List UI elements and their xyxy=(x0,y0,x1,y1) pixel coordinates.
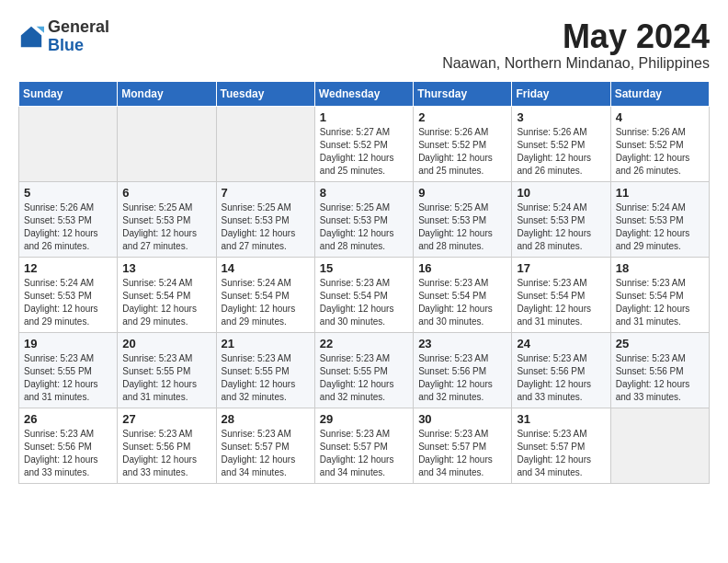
day-number: 27 xyxy=(122,412,210,426)
calendar-cell: 6Sunrise: 5:25 AMSunset: 5:53 PMDaylight… xyxy=(118,181,216,257)
calendar-cell: 22Sunrise: 5:23 AMSunset: 5:55 PMDayligh… xyxy=(314,332,413,408)
day-number: 10 xyxy=(517,186,605,200)
day-number: 24 xyxy=(517,337,605,350)
calendar-cell: 7Sunrise: 5:25 AMSunset: 5:53 PMDaylight… xyxy=(216,181,314,257)
calendar-cell: 1Sunrise: 5:27 AMSunset: 5:52 PMDaylight… xyxy=(314,106,413,181)
day-number: 30 xyxy=(418,412,506,426)
logo-icon xyxy=(18,24,44,50)
day-info: Sunrise: 5:23 AMSunset: 5:56 PMDaylight:… xyxy=(517,352,605,404)
day-info: Sunrise: 5:26 AMSunset: 5:52 PMDaylight:… xyxy=(616,126,704,178)
day-number: 7 xyxy=(222,186,310,200)
calendar-week-row: 1Sunrise: 5:27 AMSunset: 5:52 PMDaylight… xyxy=(19,106,710,181)
day-number: 19 xyxy=(24,337,112,350)
calendar-cell: 18Sunrise: 5:23 AMSunset: 5:54 PMDayligh… xyxy=(610,257,709,332)
weekday-header-tuesday: Tuesday xyxy=(216,81,314,106)
day-number: 13 xyxy=(122,261,210,275)
day-number: 31 xyxy=(517,412,605,426)
day-number: 1 xyxy=(320,110,408,124)
calendar-cell: 4Sunrise: 5:26 AMSunset: 5:52 PMDaylight… xyxy=(610,106,709,181)
calendar-cell: 31Sunrise: 5:23 AMSunset: 5:57 PMDayligh… xyxy=(512,408,610,483)
svg-marker-0 xyxy=(21,27,41,47)
location-title: Naawan, Northern Mindanao, Philippines xyxy=(442,55,710,72)
day-info: Sunrise: 5:23 AMSunset: 5:54 PMDaylight:… xyxy=(517,277,605,328)
day-info: Sunrise: 5:23 AMSunset: 5:57 PMDaylight:… xyxy=(320,428,408,479)
calendar-cell: 23Sunrise: 5:23 AMSunset: 5:56 PMDayligh… xyxy=(414,332,512,408)
calendar-week-row: 19Sunrise: 5:23 AMSunset: 5:55 PMDayligh… xyxy=(19,332,710,408)
weekday-header-friday: Friday xyxy=(512,81,610,106)
calendar-cell: 10Sunrise: 5:24 AMSunset: 5:53 PMDayligh… xyxy=(512,181,610,257)
day-info: Sunrise: 5:23 AMSunset: 5:55 PMDaylight:… xyxy=(24,352,112,404)
weekday-header-row: SundayMondayTuesdayWednesdayThursdayFrid… xyxy=(19,81,710,106)
day-number: 25 xyxy=(616,337,704,350)
day-number: 9 xyxy=(418,186,506,200)
day-number: 21 xyxy=(222,337,310,350)
weekday-header-wednesday: Wednesday xyxy=(314,81,413,106)
day-info: Sunrise: 5:23 AMSunset: 5:55 PMDaylight:… xyxy=(222,352,310,404)
day-info: Sunrise: 5:23 AMSunset: 5:56 PMDaylight:… xyxy=(24,428,112,479)
svg-marker-1 xyxy=(37,27,44,33)
calendar-cell: 11Sunrise: 5:24 AMSunset: 5:53 PMDayligh… xyxy=(610,181,709,257)
calendar-table: SundayMondayTuesdayWednesdayThursdayFrid… xyxy=(18,81,710,484)
header: General Blue May 2024 Naawan, Northern M… xyxy=(18,18,710,72)
weekday-header-monday: Monday xyxy=(118,81,216,106)
weekday-header-thursday: Thursday xyxy=(414,81,512,106)
day-number: 14 xyxy=(222,261,310,275)
calendar-cell: 17Sunrise: 5:23 AMSunset: 5:54 PMDayligh… xyxy=(512,257,610,332)
calendar-week-row: 26Sunrise: 5:23 AMSunset: 5:56 PMDayligh… xyxy=(19,408,710,483)
calendar-cell: 12Sunrise: 5:24 AMSunset: 5:53 PMDayligh… xyxy=(19,257,118,332)
calendar-header: SundayMondayTuesdayWednesdayThursdayFrid… xyxy=(19,81,710,106)
day-info: Sunrise: 5:24 AMSunset: 5:53 PMDaylight:… xyxy=(616,201,704,253)
day-info: Sunrise: 5:23 AMSunset: 5:56 PMDaylight:… xyxy=(616,352,704,404)
calendar-week-row: 5Sunrise: 5:26 AMSunset: 5:53 PMDaylight… xyxy=(19,181,710,257)
calendar-cell: 26Sunrise: 5:23 AMSunset: 5:56 PMDayligh… xyxy=(19,408,118,483)
day-info: Sunrise: 5:23 AMSunset: 5:54 PMDaylight:… xyxy=(320,277,408,328)
weekday-header-saturday: Saturday xyxy=(610,81,709,106)
day-info: Sunrise: 5:26 AMSunset: 5:52 PMDaylight:… xyxy=(418,126,506,178)
calendar-cell xyxy=(19,106,118,181)
calendar-cell: 14Sunrise: 5:24 AMSunset: 5:54 PMDayligh… xyxy=(216,257,314,332)
day-info: Sunrise: 5:25 AMSunset: 5:53 PMDaylight:… xyxy=(222,201,310,253)
calendar-cell: 19Sunrise: 5:23 AMSunset: 5:55 PMDayligh… xyxy=(19,332,118,408)
day-info: Sunrise: 5:25 AMSunset: 5:53 PMDaylight:… xyxy=(122,201,210,253)
day-info: Sunrise: 5:25 AMSunset: 5:53 PMDaylight:… xyxy=(320,201,408,253)
day-number: 17 xyxy=(517,261,605,275)
calendar-cell: 5Sunrise: 5:26 AMSunset: 5:53 PMDaylight… xyxy=(19,181,118,257)
day-info: Sunrise: 5:24 AMSunset: 5:53 PMDaylight:… xyxy=(24,277,112,328)
calendar-cell: 27Sunrise: 5:23 AMSunset: 5:56 PMDayligh… xyxy=(118,408,216,483)
day-info: Sunrise: 5:23 AMSunset: 5:57 PMDaylight:… xyxy=(222,428,310,479)
day-info: Sunrise: 5:23 AMSunset: 5:54 PMDaylight:… xyxy=(418,277,506,328)
calendar-cell: 28Sunrise: 5:23 AMSunset: 5:57 PMDayligh… xyxy=(216,408,314,483)
day-number: 18 xyxy=(616,261,704,275)
day-info: Sunrise: 5:23 AMSunset: 5:55 PMDaylight:… xyxy=(320,352,408,404)
calendar-cell: 24Sunrise: 5:23 AMSunset: 5:56 PMDayligh… xyxy=(512,332,610,408)
title-area: May 2024 Naawan, Northern Mindanao, Phil… xyxy=(442,18,710,72)
day-number: 5 xyxy=(24,186,112,200)
day-number: 2 xyxy=(418,110,506,124)
day-info: Sunrise: 5:23 AMSunset: 5:54 PMDaylight:… xyxy=(616,277,704,328)
day-number: 26 xyxy=(24,412,112,426)
month-title: May 2024 xyxy=(442,18,710,55)
calendar-cell: 15Sunrise: 5:23 AMSunset: 5:54 PMDayligh… xyxy=(314,257,413,332)
calendar-cell xyxy=(216,106,314,181)
day-number: 8 xyxy=(320,186,408,200)
day-info: Sunrise: 5:23 AMSunset: 5:57 PMDaylight:… xyxy=(418,428,506,479)
calendar-cell: 25Sunrise: 5:23 AMSunset: 5:56 PMDayligh… xyxy=(610,332,709,408)
calendar-cell xyxy=(610,408,709,483)
calendar-body: 1Sunrise: 5:27 AMSunset: 5:52 PMDaylight… xyxy=(19,106,710,483)
calendar-cell xyxy=(118,106,216,181)
day-info: Sunrise: 5:23 AMSunset: 5:57 PMDaylight:… xyxy=(517,428,605,479)
day-info: Sunrise: 5:25 AMSunset: 5:53 PMDaylight:… xyxy=(418,201,506,253)
day-info: Sunrise: 5:23 AMSunset: 5:56 PMDaylight:… xyxy=(122,428,210,479)
calendar-cell: 20Sunrise: 5:23 AMSunset: 5:55 PMDayligh… xyxy=(118,332,216,408)
day-number: 15 xyxy=(320,261,408,275)
calendar-cell: 3Sunrise: 5:26 AMSunset: 5:52 PMDaylight… xyxy=(512,106,610,181)
day-info: Sunrise: 5:24 AMSunset: 5:54 PMDaylight:… xyxy=(122,277,210,328)
day-number: 3 xyxy=(517,110,605,124)
calendar-cell: 8Sunrise: 5:25 AMSunset: 5:53 PMDaylight… xyxy=(314,181,413,257)
day-number: 4 xyxy=(616,110,704,124)
day-number: 16 xyxy=(418,261,506,275)
day-number: 22 xyxy=(320,337,408,350)
day-number: 11 xyxy=(616,186,704,200)
calendar-cell: 21Sunrise: 5:23 AMSunset: 5:55 PMDayligh… xyxy=(216,332,314,408)
logo: General Blue xyxy=(18,18,109,55)
